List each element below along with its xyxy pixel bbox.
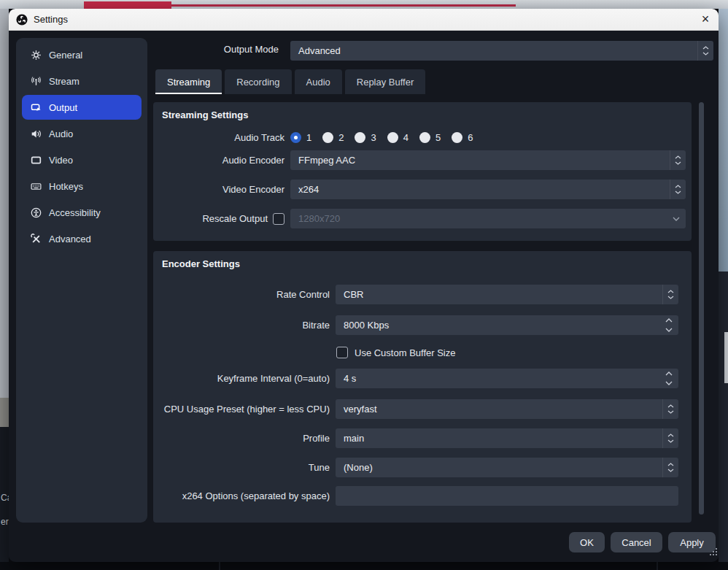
sidebar-item-label: Stream <box>49 76 80 87</box>
audio-track-option[interactable]: 6 <box>452 132 473 143</box>
profile-select[interactable]: main <box>336 428 678 448</box>
spinner-arrows-icon[interactable] <box>659 315 678 335</box>
video-encoder-row: Video Encoder x264 <box>153 180 686 199</box>
profile-value: main <box>336 433 364 444</box>
settings-body: General Stream <box>9 31 719 561</box>
video-encoder-select[interactable]: x264 <box>290 180 686 199</box>
tab-label: Recording <box>236 77 279 88</box>
output-mode-select[interactable]: Advanced <box>290 41 713 61</box>
tab-audio[interactable]: Audio <box>295 69 342 94</box>
cpu-preset-select[interactable]: veryfast <box>336 399 678 419</box>
sidebar-item-label: Hotkeys <box>49 181 83 192</box>
tune-select[interactable]: (None) <box>336 458 678 477</box>
bitrate-spinbox[interactable]: 8000 Kbps <box>336 315 678 335</box>
tab-label: Streaming <box>167 77 210 88</box>
chevron-up-down-icon <box>697 41 713 61</box>
sidebar-item-output[interactable]: Output <box>22 95 142 120</box>
streaming-settings-panel: Streaming Settings Audio Track 1 2 <box>153 102 692 241</box>
spinner-arrows-icon[interactable] <box>659 369 678 388</box>
rescale-resolution-combobox[interactable]: 1280x720 <box>290 209 686 228</box>
keyboard-icon <box>30 180 42 192</box>
apply-button[interactable]: Apply <box>668 532 716 552</box>
audio-track-option[interactable]: 2 <box>322 132 344 143</box>
radio-icon[interactable] <box>355 132 365 143</box>
radio-label: 5 <box>435 132 441 143</box>
speaker-icon <box>30 128 42 139</box>
audio-track-option[interactable]: 1 <box>290 132 311 143</box>
sidebar-item-stream[interactable]: Stream <box>22 69 142 93</box>
cancel-button[interactable]: Cancel <box>611 532 662 552</box>
audio-encoder-label: Audio Encoder <box>153 155 284 166</box>
rescale-output-checkbox[interactable] <box>273 213 284 225</box>
bitrate-value: 8000 Kbps <box>336 320 389 331</box>
audio-track-option[interactable]: 5 <box>419 132 441 143</box>
rescale-output-label: Rescale Output <box>202 213 268 224</box>
accessibility-icon <box>30 207 42 218</box>
chevron-up-down-icon <box>662 285 678 304</box>
tab-streaming[interactable]: Streaming <box>155 69 222 94</box>
output-tabs: Streaming Recording Audio Replay Buffer <box>155 69 425 94</box>
sidebar-item-label: Video <box>49 155 73 166</box>
resize-grip[interactable] <box>710 554 711 555</box>
keyframe-interval-spinbox[interactable]: 4 s <box>336 369 678 388</box>
background-red-line <box>171 4 516 7</box>
tune-row: Tune (None) <box>153 458 678 477</box>
sidebar-item-accessibility[interactable]: Accessibility <box>22 200 142 225</box>
rescale-resolution-value: 1280x720 <box>290 213 340 224</box>
keyframe-interval-value: 4 s <box>336 373 356 384</box>
bitrate-label: Bitrate <box>153 320 330 331</box>
encoder-settings-panel: Encoder Settings Rate Control CBR Bitrat… <box>153 251 692 523</box>
chevron-up-down-icon <box>662 458 678 477</box>
background-right-sky <box>719 9 728 271</box>
radio-label: 4 <box>403 132 408 143</box>
radio-label: 2 <box>338 132 344 143</box>
window-title: Settings <box>34 14 68 25</box>
radio-icon[interactable] <box>387 132 398 143</box>
radio-icon[interactable] <box>322 132 333 143</box>
x264-options-input[interactable] <box>336 486 678 506</box>
radio-icon[interactable] <box>452 132 462 143</box>
profile-label: Profile <box>153 433 330 444</box>
custom-buffer-checkbox[interactable] <box>336 347 348 358</box>
tune-label: Tune <box>153 462 330 473</box>
sidebar-item-label: Accessibility <box>49 207 101 218</box>
rate-control-row: Rate Control CBR <box>153 285 678 304</box>
sidebar-item-advanced[interactable]: Advanced <box>22 226 142 251</box>
tab-replay-buffer[interactable]: Replay Buffer <box>345 69 426 94</box>
bitrate-row: Bitrate 8000 Kbps <box>153 315 678 335</box>
vertical-scrollbar[interactable] <box>699 102 704 515</box>
radio-icon[interactable] <box>419 132 430 143</box>
background-seam <box>657 562 658 570</box>
sidebar-item-hotkeys[interactable]: Hotkeys <box>22 174 142 199</box>
sidebar-item-general[interactable]: General <box>22 42 142 67</box>
tab-label: Audio <box>306 77 330 88</box>
rescale-output-row: Rescale Output 1280x720 <box>153 209 686 228</box>
ok-button[interactable]: OK <box>569 532 605 552</box>
audio-encoder-row: Audio Encoder FFmpeg AAC <box>153 150 686 170</box>
audio-track-row: Audio Track 1 2 3 <box>153 130 473 145</box>
audio-track-option[interactable]: 3 <box>355 132 376 143</box>
display-icon <box>30 154 42 166</box>
rate-control-value: CBR <box>336 289 363 300</box>
tab-recording[interactable]: Recording <box>225 69 291 94</box>
titlebar[interactable]: Settings × <box>9 9 719 31</box>
sidebar-item-video[interactable]: Video <box>22 147 142 172</box>
keyframe-interval-row: Keyframe Interval (0=auto) 4 s <box>153 369 678 388</box>
custom-buffer-label: Use Custom Buffer Size <box>355 347 455 358</box>
keyframe-interval-label: Keyframe Interval (0=auto) <box>153 373 330 384</box>
panel-title: Streaming Settings <box>162 109 248 120</box>
rate-control-select[interactable]: CBR <box>336 285 678 304</box>
sidebar-item-audio[interactable]: Audio <box>22 121 142 146</box>
settings-window: Settings × General <box>9 9 719 562</box>
background-left-photo <box>0 398 9 427</box>
audio-track-option[interactable]: 4 <box>387 132 408 143</box>
close-icon[interactable]: × <box>692 9 719 31</box>
background-red-bar <box>84 1 171 9</box>
chevron-up-down-icon <box>670 150 686 170</box>
desktop-backdrop: Ca er Settings × <box>0 0 728 570</box>
panel-title: Encoder Settings <box>162 258 240 269</box>
background-right-dark <box>719 271 728 562</box>
radio-label: 6 <box>468 132 473 143</box>
audio-encoder-select[interactable]: FFmpeg AAC <box>290 150 686 170</box>
radio-selected-icon[interactable] <box>290 132 301 143</box>
